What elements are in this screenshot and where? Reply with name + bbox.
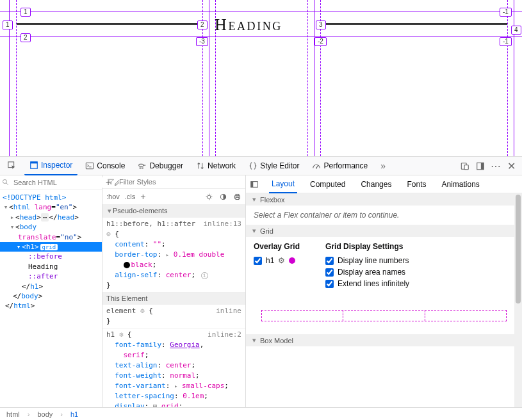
overlay-grid-heading: Overlay Grid [254, 242, 300, 251]
grid-line [209, 0, 209, 156]
console-tab[interactable]: Console [80, 159, 130, 173]
debugger-tab-label: Debugger [149, 161, 183, 170]
dark-mode-icon[interactable] [218, 192, 227, 201]
svg-point-13 [208, 195, 211, 198]
sidebar-toggle-button[interactable] [250, 180, 259, 189]
dom-node[interactable]: ::after [0, 271, 102, 281]
layout-panel: Layout Computed Changes Fonts Animations… [246, 175, 522, 407]
svg-rect-3 [86, 163, 94, 169]
styles-panel: :hov .cls + ▾Pseudo-elements h1::before,… [102, 175, 246, 407]
dom-node[interactable]: ▸<head>⋯</head> [0, 213, 102, 222]
grid-overlay-checkbox[interactable]: h1 ⚙ [254, 256, 300, 265]
dom-node[interactable]: <!DOCTYPE html> [0, 193, 102, 202]
filter-icon [106, 177, 115, 186]
dom-node[interactable]: translate="no"> [0, 232, 102, 242]
box-model-section-header[interactable]: ▾Box Model [246, 334, 522, 346]
pick-element-button[interactable] [3, 159, 22, 173]
devtools-panels: + <!DOCTYPE html> ▾<html lang="en"> ▸<he… [0, 175, 522, 407]
console-icon [85, 161, 94, 170]
styles-rules[interactable]: ▾Pseudo-elements h1::before, h1::afterin… [102, 205, 245, 407]
add-rule-button[interactable]: + [140, 191, 145, 202]
print-mode-icon[interactable] [232, 192, 241, 201]
svg-point-12 [3, 180, 7, 184]
grid-line-number: 1 [3, 20, 13, 29]
css-rule[interactable]: h1 ⚙ {inline:2 font-family: Georgia, ser… [102, 328, 245, 407]
pseudo-elements-header[interactable]: ▾Pseudo-elements [102, 205, 245, 218]
layout-tabs: Layout Computed Changes Fonts Animations [246, 175, 522, 193]
grid-line-number: 1 [20, 8, 31, 17]
devtools-toolbar: Inspector Console Debugger Network Style… [0, 156, 522, 175]
layout-tab[interactable]: Layout [269, 175, 297, 193]
style-editor-icon [249, 161, 257, 170]
css-rule[interactable]: element ⚙ {inline} [102, 305, 245, 328]
debugger-icon [138, 161, 147, 170]
animations-tab[interactable]: Animations [439, 176, 482, 193]
changes-tab[interactable]: Changes [358, 176, 394, 193]
extend-lines-checkbox[interactable]: Extend lines infinitely [325, 279, 409, 288]
dom-node[interactable]: ::before [0, 252, 102, 261]
fonts-tab[interactable]: Fonts [404, 176, 428, 193]
grid-line-number: -1 [500, 37, 512, 46]
breadcrumb-body[interactable]: body [37, 410, 53, 418]
svg-rect-9 [464, 165, 468, 169]
meatball-menu-button[interactable]: ⋯ [491, 161, 500, 170]
display-line-numbers-checkbox[interactable]: Display line numbers [325, 256, 409, 265]
display-area-names-checkbox[interactable]: Display area names [325, 268, 409, 277]
dom-tree[interactable]: <!DOCTYPE html> ▾<html lang="en"> ▸<head… [0, 190, 102, 407]
close-devtools-button[interactable]: ✕ [507, 161, 516, 170]
performance-tab[interactable]: Performance [307, 159, 373, 173]
dom-node[interactable]: ▾<html lang="en"> [0, 202, 102, 212]
dom-node[interactable]: </html> [0, 301, 102, 311]
dom-node[interactable]: Heading [0, 262, 102, 271]
dom-node[interactable]: </h1> [0, 282, 102, 291]
style-editor-tab[interactable]: Style Editor [243, 159, 304, 173]
grid-line [314, 0, 314, 156]
this-element-header: This Element [102, 293, 245, 305]
svg-rect-6 [142, 168, 144, 169]
styles-filter-input[interactable] [119, 178, 241, 186]
flexbox-section-header[interactable]: ▾Flexbox [246, 193, 522, 206]
css-rule[interactable]: h1::before, h1::afterinline:13 ⚙ { conte… [102, 218, 245, 292]
inspector-tab-label: Inspector [41, 161, 72, 170]
inspector-tab[interactable]: Inspector [24, 156, 77, 175]
grid-line-number: -2 [314, 37, 327, 46]
dom-search-input[interactable] [12, 177, 103, 188]
cls-toggle[interactable]: .cls [125, 193, 136, 200]
svg-rect-19 [251, 181, 254, 187]
more-tools-button[interactable]: » [375, 161, 391, 171]
page-heading: Heading [215, 15, 282, 35]
computed-tab[interactable]: Computed [307, 176, 348, 193]
info-icon[interactable]: i [201, 272, 208, 279]
grid-display-settings-heading: Grid Display Settings [325, 242, 409, 251]
flexbox-empty-message: Select a Flex container or item to conti… [254, 211, 399, 220]
network-tab[interactable]: Network [191, 159, 241, 173]
grid-color-swatch[interactable] [289, 257, 295, 264]
scrollbar[interactable] [514, 193, 522, 407]
svg-rect-17 [236, 197, 239, 199]
gear-icon[interactable]: ⚙ [278, 256, 285, 265]
network-icon [196, 161, 205, 170]
dom-panel: + <!DOCTYPE html> ▾<html lang="en"> ▸<he… [0, 175, 102, 407]
grid-line-number: 2 [20, 33, 31, 42]
color-swatch[interactable] [124, 262, 130, 268]
heading-rule-before [17, 23, 202, 25]
hov-toggle[interactable]: :hov [106, 193, 120, 200]
debugger-tab[interactable]: Debugger [133, 159, 188, 173]
grid-section-header[interactable]: ▾Grid [246, 225, 522, 237]
style-editor-tab-label: Style Editor [260, 161, 299, 170]
grid-line [307, 0, 308, 156]
layout-body[interactable]: ▾Flexbox Select a Flex container or item… [246, 193, 522, 407]
grid-overlay-h1-checkbox[interactable] [254, 257, 262, 265]
breadcrumb-html[interactable]: html [6, 410, 20, 418]
scrollbar-thumb[interactable] [516, 195, 521, 303]
dock-mode-button[interactable] [476, 161, 485, 170]
breadcrumb-h1[interactable]: h1 [70, 410, 78, 418]
responsive-mode-button[interactable] [461, 161, 469, 170]
dom-node[interactable]: ▾<body [0, 222, 102, 232]
styles-toolbar: :hov .cls + [102, 189, 245, 205]
light-mode-icon[interactable] [204, 192, 213, 201]
svg-rect-4 [139, 164, 143, 166]
grid-mini-preview [261, 310, 507, 321]
dom-node-selected[interactable]: ▾<h1>grid [0, 242, 102, 252]
dom-node[interactable]: </body> [0, 291, 102, 301]
